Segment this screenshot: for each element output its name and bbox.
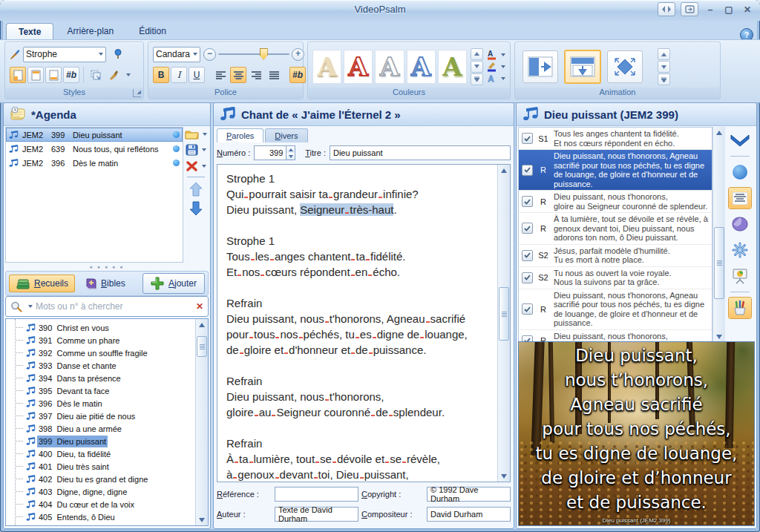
font-size-slider[interactable]: − +	[203, 48, 304, 61]
tab-recueils[interactable]: Recueils	[9, 275, 75, 292]
copyright-input[interactable]: © 1992 Dave Durham	[427, 487, 511, 502]
verse-row[interactable]: RDieu puissant, nous t'honorons, Agneau …	[519, 289, 712, 330]
decrease-size-button[interactable]: −	[203, 48, 216, 61]
increase-size-button[interactable]: +	[292, 48, 304, 61]
detach-window-button[interactable]	[681, 2, 698, 16]
agenda-item[interactable]: JEM2399Dieu puissant	[6, 128, 183, 142]
scroll-up-icon[interactable]	[499, 165, 509, 176]
verse-row[interactable]: RDieu puissant, nous t'honorons, Agneau …	[519, 150, 712, 191]
verse-checkbox[interactable]	[522, 272, 533, 283]
presets-scroll-up-button[interactable]	[471, 48, 483, 60]
swap-displays-button[interactable]	[658, 2, 675, 16]
effects-button[interactable]	[729, 240, 751, 260]
editor-tab-divers[interactable]: Divers	[265, 128, 307, 142]
font-preset-red-outline[interactable]: A	[344, 50, 373, 84]
text-position-button[interactable]	[729, 188, 751, 208]
ribbon-tab-1[interactable]: Arrière-plan	[55, 23, 125, 39]
add-to-agenda-button[interactable]: Ajouter	[142, 273, 205, 294]
verse-checkbox[interactable]	[522, 196, 533, 207]
animation-slide-down[interactable]	[564, 50, 601, 84]
verse-row[interactable]: RÀ ta lumière, tout se dévoile et se rév…	[519, 213, 712, 245]
verse-scrollbar[interactable]	[712, 127, 725, 342]
highlight-color-button[interactable]	[487, 61, 505, 72]
numero-stepper[interactable]: 399	[254, 145, 295, 160]
justify-button[interactable]	[266, 67, 282, 83]
font-preset-cream[interactable]: A	[312, 50, 341, 84]
format-painter-button[interactable]	[105, 67, 122, 83]
song-tree-item[interactable]: 406 En ton nom, Seigneur	[10, 523, 195, 525]
minimize-button[interactable]: –	[704, 3, 717, 16]
stepper-down-icon[interactable]	[286, 153, 295, 160]
verse-checkbox[interactable]	[522, 303, 533, 315]
ribbon-tab-0[interactable]: Texte	[6, 23, 53, 39]
song-tree-item[interactable]: 394 Dans ta présence	[10, 372, 195, 384]
scrollbar-thumb[interactable]	[197, 336, 207, 357]
presets-scroll-down-button[interactable]	[471, 61, 483, 73]
verse-row[interactable]: S1Tous les anges chantent ta fidélité.Et…	[519, 128, 712, 150]
verse-row[interactable]: RDieu puissant, nous t'honorons,gloire a…	[519, 330, 712, 343]
font-selector[interactable]: Candara	[153, 47, 200, 62]
move-up-button[interactable]	[189, 182, 203, 197]
align-left-button[interactable]	[212, 67, 229, 83]
song-tree-item[interactable]: 395 Devant ta face	[10, 384, 195, 397]
verse-checkbox[interactable]	[522, 165, 533, 176]
chevron-down-icon[interactable]	[126, 73, 131, 76]
chords-toggle-button[interactable]: #b	[289, 67, 306, 83]
presets-more-button[interactable]	[471, 73, 483, 85]
slide-preview[interactable]: Dieu puissant,nous t’honorons,Agneau sac…	[518, 341, 755, 526]
clear-search-icon[interactable]: ✕	[196, 301, 203, 312]
auteur-input[interactable]: Texte de David Durham	[275, 507, 358, 522]
song-tree-item[interactable]: 405 Entends, ô Dieu	[10, 510, 195, 523]
style-selector[interactable]: Strophe	[23, 47, 106, 62]
animation-zoom[interactable]	[607, 50, 643, 83]
compositeur-input[interactable]: David Durham	[427, 507, 511, 522]
style-chords-button[interactable]: #b	[63, 67, 79, 83]
titre-input[interactable]: Dieu puissant	[330, 145, 511, 160]
align-right-button[interactable]	[248, 67, 264, 83]
animation-more-button[interactable]	[658, 73, 670, 85]
chevron-down-icon[interactable]	[28, 305, 33, 308]
verse-checkbox[interactable]	[522, 250, 533, 261]
song-tree-item[interactable]: 401 Dieu très saint	[10, 460, 195, 473]
verse-checkbox[interactable]	[522, 133, 533, 144]
song-tree-item[interactable]: 392 Comme un souffle fragile	[10, 347, 195, 359]
verse-row[interactable]: S2Tu nous as ouvert la voie royale.Nous …	[519, 267, 712, 289]
styles-dialog-launcher[interactable]: ◢	[133, 89, 141, 97]
song-tree-item[interactable]: 402 Dieu tu es grand et digne	[10, 473, 195, 485]
song-tree-item[interactable]: 398 Dieu a une armée	[10, 422, 195, 435]
song-tree-item[interactable]: 396 Dès le matin	[10, 397, 195, 410]
lyrics-scrollbar[interactable]	[497, 165, 510, 482]
scroll-down-icon[interactable]	[197, 514, 207, 525]
font-color-button[interactable]: A	[487, 49, 505, 60]
font-preset-gray-outline[interactable]: A	[375, 50, 404, 84]
font-preset-green[interactable]: A	[438, 50, 467, 84]
ribbon-tab-2[interactable]: Édition	[127, 23, 178, 39]
song-tree-scrollbar[interactable]	[195, 319, 208, 525]
agenda-item[interactable]: JEM2396Dès le matin	[6, 156, 183, 170]
song-tree-item[interactable]: 393 Danse et chante	[10, 359, 195, 372]
scrollbar-thumb[interactable]	[714, 227, 724, 299]
song-tree-item[interactable]: 403 Digne, digne, digne	[10, 485, 195, 498]
splitter-handle[interactable]: ● ● ● ● ●	[4, 265, 210, 271]
italic-button[interactable]: I	[171, 67, 187, 83]
blank-screen-button[interactable]	[729, 162, 751, 183]
mask-shape-button[interactable]	[729, 214, 751, 234]
scroll-up-icon[interactable]	[714, 127, 724, 138]
copy-style-button[interactable]	[88, 67, 104, 83]
verse-checkbox[interactable]	[522, 223, 533, 234]
bold-button[interactable]: B	[153, 67, 169, 83]
search-box[interactable]: Mots ou n° à chercher ✕	[5, 296, 209, 317]
animation-slide-right[interactable]	[522, 50, 558, 83]
slider-handle[interactable]	[260, 48, 268, 60]
lyrics-editor[interactable]: Strophe 1Quipourrait saisir tagrandeurin…	[217, 165, 497, 482]
text-effects-button[interactable]: A	[487, 73, 505, 84]
stepper-up-icon[interactable]	[286, 146, 295, 153]
open-agenda-button[interactable]	[185, 128, 207, 139]
verse-row[interactable]: S2Jésus, parfait modèle d'humilité.Tu es…	[519, 245, 712, 267]
save-agenda-button[interactable]	[186, 144, 206, 156]
song-tree-item[interactable]: 399 Dieu puissant	[10, 435, 195, 447]
style-title-bottom-button[interactable]	[45, 67, 62, 83]
underline-button[interactable]: U	[189, 67, 205, 83]
presentation-button[interactable]	[729, 266, 751, 286]
align-center-button[interactable]	[230, 67, 246, 83]
